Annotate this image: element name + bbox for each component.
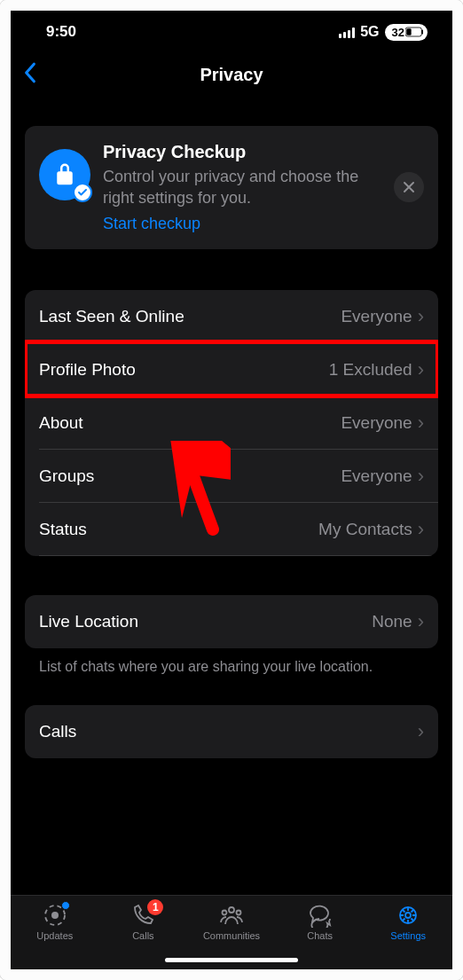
calls-icon: 1 — [129, 903, 156, 928]
home-indicator[interactable] — [165, 958, 298, 962]
row-about[interactable]: About Everyone › — [25, 396, 438, 450]
row-live-location[interactable]: Live Location None › — [25, 595, 438, 648]
network-label: 5G — [360, 24, 379, 40]
privacy-checkup-card: Privacy Checkup Control your privacy and… — [25, 126, 438, 249]
back-button[interactable] — [23, 59, 37, 90]
close-card-button[interactable] — [394, 172, 424, 202]
start-checkup-link[interactable]: Start checkup — [103, 215, 381, 233]
tab-chats[interactable]: Chats — [276, 903, 365, 941]
status-right: 5G 32 — [339, 24, 428, 41]
battery-indicator: 32 — [385, 24, 428, 41]
live-location-footer: List of chats where you are sharing your… — [25, 657, 438, 705]
svg-point-9 — [236, 911, 240, 915]
chevron-right-icon: › — [418, 305, 424, 328]
privacy-list-group: Last Seen & Online Everyone › Profile Ph… — [25, 290, 438, 556]
status-time: 9:50 — [46, 23, 76, 41]
live-location-group: Live Location None › — [25, 595, 438, 648]
status-bar: 9:50 5G 32 — [11, 11, 452, 53]
signal-icon — [339, 27, 355, 38]
chevron-right-icon: › — [418, 720, 424, 743]
chevron-right-icon: › — [418, 610, 424, 633]
svg-rect-1 — [406, 28, 411, 35]
updates-icon — [42, 903, 68, 928]
tab-settings[interactable]: Settings — [364, 903, 452, 941]
tab-updates[interactable]: Updates — [11, 903, 99, 941]
nav-header: Privacy — [11, 53, 452, 96]
chevron-right-icon: › — [418, 412, 424, 435]
checkmark-badge-icon — [73, 183, 92, 202]
svg-point-11 — [405, 913, 411, 918]
page-title: Privacy — [200, 65, 263, 85]
close-icon — [403, 181, 415, 193]
checkup-title: Privacy Checkup — [103, 142, 381, 162]
communities-icon — [218, 903, 245, 928]
row-status[interactable]: Status My Contacts › — [25, 503, 438, 556]
row-groups[interactable]: Groups Everyone › — [25, 450, 438, 503]
row-last-seen-online[interactable]: Last Seen & Online Everyone › — [25, 290, 438, 343]
chevron-left-icon — [23, 62, 37, 83]
tab-calls[interactable]: 1 Calls — [99, 903, 188, 941]
svg-point-7 — [229, 907, 234, 913]
calls-group: Calls › — [25, 705, 438, 758]
settings-icon — [395, 903, 421, 928]
tab-communities[interactable]: Communities — [187, 903, 276, 941]
chats-icon — [307, 903, 334, 928]
tab-badge: 1 — [147, 899, 163, 915]
checkup-description: Control your privacy and choose the righ… — [103, 166, 381, 209]
svg-point-8 — [222, 911, 226, 915]
chevron-right-icon: › — [418, 358, 424, 381]
lock-icon — [39, 149, 90, 200]
chevron-right-icon: › — [418, 518, 424, 541]
tab-dot-badge — [61, 901, 70, 910]
row-calls[interactable]: Calls › — [25, 705, 438, 758]
svg-point-6 — [51, 912, 59, 919]
chevron-right-icon: › — [418, 465, 424, 488]
svg-rect-2 — [421, 30, 423, 35]
row-profile-photo[interactable]: Profile Photo 1 Excluded › — [25, 343, 438, 396]
